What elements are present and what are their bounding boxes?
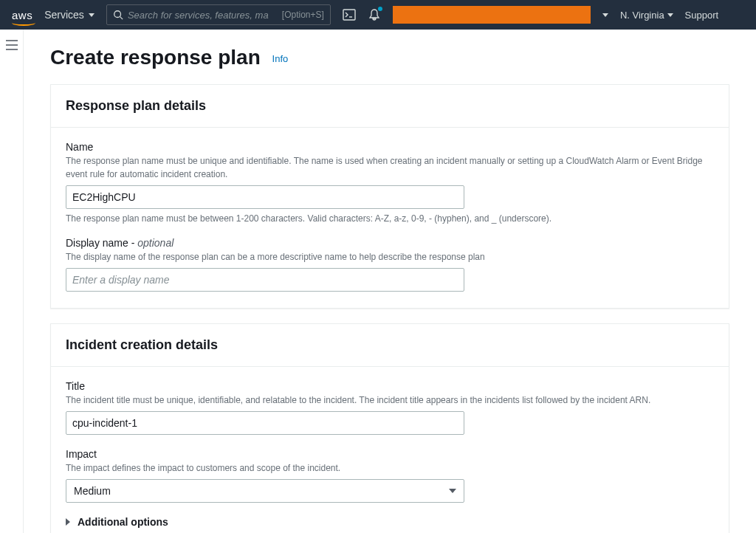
side-nav-toggle[interactable] (6, 40, 18, 533)
title-description: The incident title must be unique, ident… (66, 393, 714, 407)
impact-description: The impact defines the impact to custome… (66, 461, 714, 475)
select-caret-icon (449, 489, 456, 493)
top-navigation: aws Services [Option+S] N. Virginia S (0, 0, 756, 30)
main-wrap: Create response plan Info Response plan … (0, 30, 756, 533)
search-input[interactable] (128, 10, 282, 21)
support-label: Support (685, 10, 719, 21)
search-shortcut-hint: [Option+S] (282, 10, 324, 20)
panel-heading: Incident creation details (66, 337, 714, 353)
display-name-group: Display name - optional The display name… (66, 237, 714, 292)
additional-options-label: Additional options (78, 516, 168, 528)
notification-dot-icon (378, 7, 382, 11)
title-label: Title (66, 380, 714, 392)
caret-down-icon (602, 13, 608, 17)
cloudshell-icon[interactable] (343, 8, 356, 21)
caret-down-icon (89, 13, 94, 17)
page-title: Create response plan Info (50, 46, 729, 69)
name-group: Name The response plan name must be uniq… (66, 141, 714, 224)
panel-heading: Response plan details (66, 98, 714, 114)
name-label: Name (66, 141, 714, 153)
name-input[interactable] (66, 185, 464, 209)
svg-line-1 (120, 17, 123, 20)
impact-group: Impact The impact defines the impact to … (66, 448, 714, 503)
side-rail (0, 30, 24, 533)
hamburger-icon (6, 40, 18, 50)
display-name-label-text: Display name - (66, 237, 137, 249)
svg-rect-2 (343, 10, 355, 20)
search-icon (113, 10, 123, 20)
content-area: Create response plan Info Response plan … (24, 30, 756, 533)
impact-label: Impact (66, 448, 714, 460)
search-box[interactable]: [Option+S] (106, 4, 331, 25)
name-hint: The response plan name must be between 1… (66, 213, 714, 224)
incident-details-panel: Incident creation details Title The inci… (50, 323, 729, 533)
panel-header: Incident creation details (51, 324, 729, 367)
caret-down-icon (667, 13, 673, 17)
name-description: The response plan name must be unique an… (66, 154, 714, 181)
region-label: N. Virginia (620, 10, 664, 21)
optional-text: optional (137, 237, 173, 249)
notifications-icon[interactable] (368, 8, 381, 21)
impact-value: Medium (74, 485, 111, 497)
services-label: Services (44, 9, 84, 21)
display-name-label: Display name - optional (66, 237, 714, 249)
support-menu[interactable]: Support (685, 10, 719, 21)
panel-body: Title The incident title must be unique,… (51, 367, 729, 533)
response-plan-details-panel: Response plan details Name The response … (50, 84, 729, 309)
panel-body: Name The response plan name must be uniq… (51, 128, 729, 308)
title-input[interactable] (66, 411, 464, 435)
region-selector[interactable]: N. Virginia (620, 10, 673, 21)
info-link[interactable]: Info (272, 53, 289, 64)
aws-smile-icon (12, 20, 35, 26)
title-group: Title The incident title must be unique,… (66, 380, 714, 435)
panel-header: Response plan details (51, 85, 729, 128)
triangle-right-icon (66, 518, 70, 526)
account-menu-caret[interactable] (602, 13, 608, 17)
aws-logo-text: aws (12, 9, 32, 21)
additional-options-toggle[interactable]: Additional options (66, 516, 714, 528)
svg-point-0 (114, 11, 121, 18)
account-banner[interactable] (393, 6, 591, 24)
display-name-input[interactable] (66, 268, 464, 292)
aws-logo[interactable]: aws (12, 9, 32, 21)
page-title-text: Create response plan (50, 46, 261, 69)
impact-select[interactable]: Medium (66, 479, 464, 503)
display-name-description: The display name of the response plan ca… (66, 250, 714, 264)
services-menu[interactable]: Services (44, 9, 94, 21)
